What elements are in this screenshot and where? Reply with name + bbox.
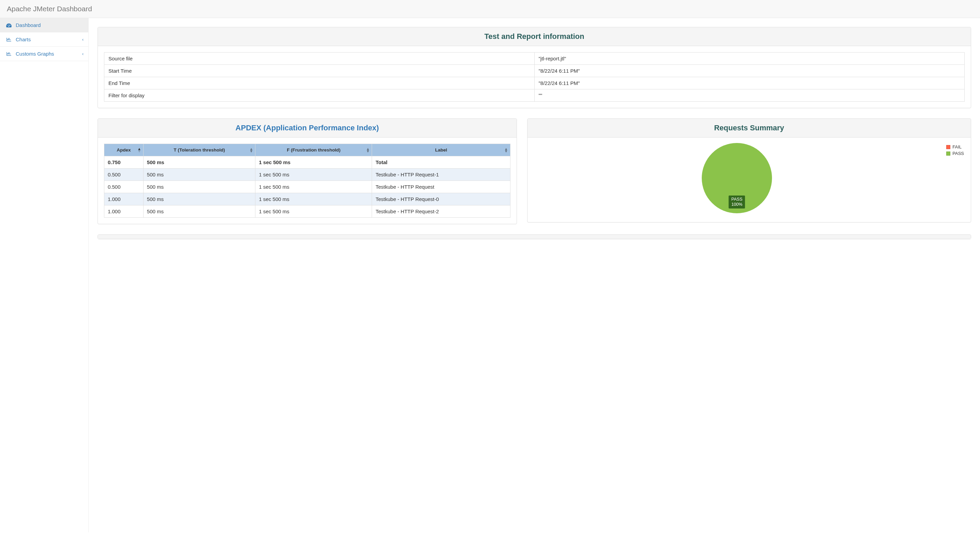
table-row: 0.500 500 ms 1 sec 500 ms Testkube - HTT… [104,181,511,193]
bar-chart-icon [6,37,12,42]
apdex-panel-title[interactable]: APDEX (Application Performance Index) [104,123,511,132]
apdex-panel: APDEX (Application Performance Index) Ap… [97,118,517,224]
table-row-total: 0.750 500 ms 1 sec 500 ms Total [104,156,511,169]
info-value: "8/22/24 6:11 PM" [535,77,965,89]
sidebar-item-label: Customs Graphs [16,51,54,57]
legend-item-fail[interactable]: FAIL [946,144,964,150]
pie-slice-label: PASS 100% [729,196,745,209]
bar-chart-icon [6,51,12,56]
info-label: Start Time [104,65,535,77]
sidebar-item-customs-graphs[interactable]: Customs Graphs ‹ [0,47,88,61]
table-row: Filter for display"" [104,89,965,102]
next-panel-peek [97,235,971,239]
info-value: "" [535,89,965,102]
topbar: Apache JMeter Dashboard [0,0,980,18]
tachometer-icon [6,23,12,28]
info-panel-title: Test and Report information [104,32,965,41]
col-label[interactable]: Label ▲▼ [372,144,510,156]
info-label: Source file [104,53,535,65]
sidebar-item-dashboard[interactable]: Dashboard [0,18,88,32]
chevron-left-icon: ‹ [82,51,84,56]
sidebar-item-label: Charts [16,37,31,42]
sort-asc-icon: ▲▼ [137,148,141,153]
app-title: Apache JMeter Dashboard [7,5,973,13]
table-row: 1.000 500 ms 1 sec 500 ms Testkube - HTT… [104,193,511,206]
table-row: 1.000 500 ms 1 sec 500 ms Testkube - HTT… [104,206,511,218]
requests-summary-panel: Requests Summary PASS 100% [527,118,971,222]
info-label: Filter for display [104,89,535,102]
table-row: End Time"8/22/24 6:11 PM" [104,77,965,89]
requests-summary-title: Requests Summary [534,123,965,132]
col-toleration[interactable]: T (Toleration threshold) ▲▼ [143,144,255,156]
pie-chart[interactable]: PASS 100% [702,143,772,213]
table-row: 0.500 500 ms 1 sec 500 ms Testkube - HTT… [104,169,511,181]
sort-icon: ▲▼ [249,148,253,153]
apdex-table: Apdex ▲▼ T (Toleration threshold) ▲▼ F (… [104,144,511,218]
swatch-fail [946,145,950,149]
info-label: End Time [104,77,535,89]
col-apdex[interactable]: Apdex ▲▼ [104,144,143,156]
sort-icon: ▲▼ [366,148,370,153]
legend-item-pass[interactable]: PASS [946,151,964,156]
info-panel: Test and Report information Source file"… [97,27,971,108]
table-row: Source file"jtl-report.jtl" [104,53,965,65]
main-content: Test and Report information Source file"… [89,18,980,532]
col-frustration[interactable]: F (Frustration threshold) ▲▼ [255,144,372,156]
table-row: Start Time"8/22/24 6:11 PM" [104,65,965,77]
swatch-pass [946,152,950,156]
info-value: "8/22/24 6:11 PM" [535,65,965,77]
sidebar-item-label: Dashboard [16,22,41,28]
sort-icon: ▲▼ [504,148,508,153]
sidebar: Dashboard Charts ‹ Customs Graphs ‹ [0,18,89,532]
info-value: "jtl-report.jtl" [535,53,965,65]
chevron-left-icon: ‹ [82,37,84,42]
info-table: Source file"jtl-report.jtl" Start Time"8… [104,52,965,102]
sidebar-item-charts[interactable]: Charts ‹ [0,32,88,47]
chart-legend: FAIL PASS [946,143,964,157]
